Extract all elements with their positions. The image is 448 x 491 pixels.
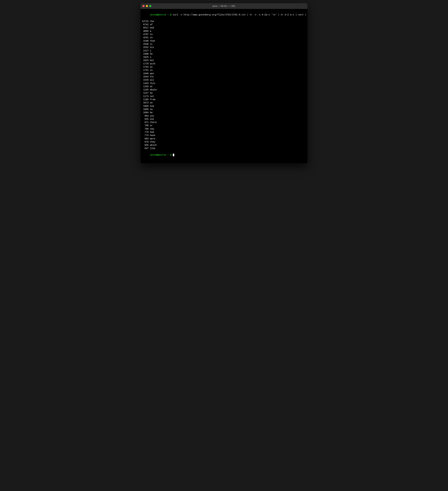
output-line: 6742 of	[142, 23, 306, 26]
traffic-lights	[143, 5, 151, 7]
title-bar: jesse — 98×49 — ⌥⌘1	[141, 3, 307, 9]
output-line: 6517 and	[142, 26, 306, 29]
final-prompt-user: jesse@peirce ~ $	[150, 154, 173, 156]
terminal-body[interactable]: jesse@peirce ~ $ curl -s http://www.gute…	[141, 9, 307, 163]
output-line: 655 which	[142, 143, 306, 147]
output-line: 1245 whale	[142, 88, 306, 91]
output-line: 1825 s	[142, 56, 306, 59]
prompt-user: jesse@peirce ~ $	[150, 13, 173, 16]
final-prompt-line: jesse@peirce ~ $	[142, 150, 306, 160]
output-line: 1443 this	[142, 82, 306, 85]
command-text: curl -s http://www.gutenberg.org/files/2…	[173, 13, 307, 16]
window-title: jesse — 98×49 — ⌥⌘1	[213, 5, 236, 7]
output-line: 3100 that	[142, 39, 306, 43]
output-line: 4805 a	[142, 29, 306, 33]
output-line: 1823 but	[142, 59, 306, 62]
output-line: 964 you	[142, 114, 306, 118]
output-line: 1335 at	[142, 85, 306, 88]
output-line: 1545 all	[142, 78, 306, 82]
output-line: 1753 as	[142, 65, 306, 69]
output-line: 1066 so	[142, 108, 306, 111]
output-line: 1073 on	[142, 101, 306, 104]
terminal-window: jesse — 98×49 — ⌥⌘1 jesse@peirce ~ $ cur…	[141, 3, 307, 163]
output-line: 670 they	[142, 140, 306, 143]
output-line: 871 there	[142, 121, 306, 124]
output-line: 2127 i	[142, 49, 306, 52]
output-line: 2536 it	[142, 43, 306, 46]
output-line: 1900 he	[142, 52, 306, 56]
output-line: 647 like	[142, 147, 306, 150]
output-line: 683 were	[142, 137, 306, 140]
output-line: 1064 be	[142, 111, 306, 114]
close-button[interactable]	[143, 5, 145, 7]
output-line: 774 have	[142, 134, 306, 137]
output-line: 2532 his	[142, 46, 306, 49]
output-line: 798 or	[142, 124, 306, 127]
output-line: 1069 him	[142, 104, 306, 108]
cursor	[173, 154, 174, 156]
output-line: 1770 with	[142, 62, 306, 65]
output-line: 1227 by	[142, 91, 306, 94]
output-line: 14715 the	[142, 20, 306, 23]
output-line: 1644 for	[142, 75, 306, 78]
output-line: 925 one	[142, 118, 306, 121]
output-line: 1105 from	[142, 98, 306, 101]
minimize-button[interactable]	[146, 5, 148, 7]
output-line: 779 had	[142, 131, 306, 134]
output-line: 4707 to	[142, 33, 306, 36]
maximize-button[interactable]	[149, 5, 151, 7]
output-container: 14715 the 6742 of 6517 and 4805 a 4707 t…	[142, 20, 306, 150]
output-line: 786 now	[142, 127, 306, 131]
output-line: 1646 was	[142, 72, 306, 75]
output-line: 4241 in	[142, 36, 306, 39]
command-line: jesse@peirce ~ $ curl -s http://www.gute…	[142, 10, 306, 20]
output-line: 1751 is	[142, 69, 306, 72]
output-line: 1173 not	[142, 95, 306, 98]
